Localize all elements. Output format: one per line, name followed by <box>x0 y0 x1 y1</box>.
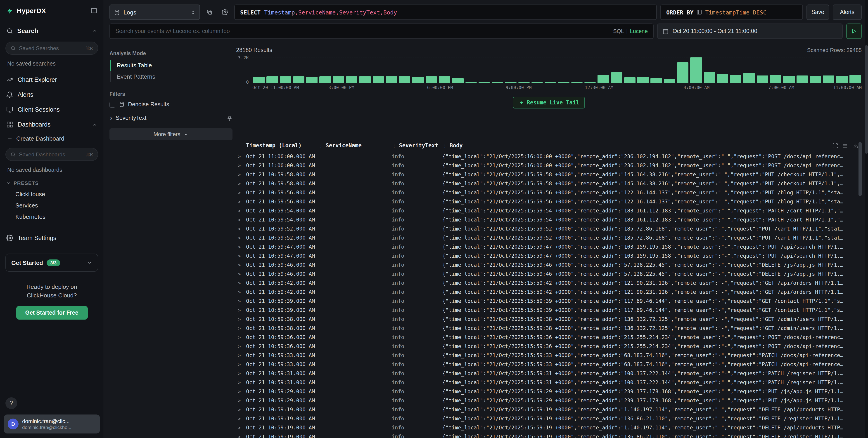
table-row[interactable]: >Oct 21 10:59:19.000 AMinfo{"time_local"… <box>236 405 858 414</box>
table-row[interactable]: >Oct 21 10:59:33.000 AMinfo{"time_local"… <box>236 351 858 360</box>
more-filters-button[interactable]: More filters <box>110 128 232 140</box>
resume-live-tail-button[interactable]: Resume Live Tail <box>513 97 585 108</box>
table-row[interactable]: >Oct 21 10:59:54.000 AMinfo{"time_local"… <box>236 206 858 215</box>
chart-bar[interactable] <box>545 82 556 83</box>
row-expander-icon[interactable]: > <box>236 407 246 412</box>
chart-bar[interactable] <box>584 82 596 83</box>
copy-source-button[interactable] <box>204 4 215 20</box>
chart-bar[interactable] <box>333 77 344 83</box>
chart-bar[interactable] <box>836 76 848 83</box>
chart-bar[interactable] <box>386 77 397 83</box>
preset-item-services[interactable]: Services <box>0 200 103 211</box>
saved-searches-input[interactable] <box>19 45 82 51</box>
column-settings-icon[interactable] <box>842 143 848 148</box>
table-row[interactable]: >Oct 21 10:59:46.000 AMinfo{"time_local"… <box>236 260 858 269</box>
row-expander-icon[interactable]: > <box>236 389 246 394</box>
header-servicename[interactable]: ⋮ ServiceName <box>318 142 392 149</box>
query-language-toggle[interactable]: SQL|Lucene <box>613 28 648 34</box>
row-expander-icon[interactable]: > <box>236 362 246 367</box>
table-row[interactable]: >Oct 21 10:59:47.000 AMinfo{"time_local"… <box>236 251 858 260</box>
save-button[interactable]: Save <box>806 4 829 20</box>
row-expander-icon[interactable]: > <box>236 307 246 313</box>
source-select[interactable]: Logs <box>110 4 200 20</box>
source-settings-button[interactable] <box>219 4 231 20</box>
page-scrollbar-thumb[interactable] <box>865 45 868 154</box>
table-row[interactable]: >Oct 21 10:59:52.000 AMinfo{"time_local"… <box>236 233 858 242</box>
sidebar-item-team-settings[interactable]: Team Settings <box>0 231 103 245</box>
chart-bar[interactable] <box>253 77 265 83</box>
row-expander-icon[interactable]: > <box>236 199 246 204</box>
sidebar-item-search[interactable]: Search <box>0 23 103 39</box>
row-expander-icon[interactable]: > <box>236 343 246 349</box>
sidebar-item-client-sessions[interactable]: Client Sessions <box>0 102 103 117</box>
chart-bar[interactable] <box>849 75 861 83</box>
chart-bar[interactable] <box>412 77 424 83</box>
table-row[interactable]: >Oct 21 10:59:58.000 AMinfo{"time_local"… <box>236 170 858 179</box>
chart-bar[interactable] <box>743 73 755 83</box>
download-icon[interactable] <box>852 143 858 148</box>
row-expander-icon[interactable]: > <box>236 280 246 286</box>
help-button[interactable]: ? <box>5 397 17 409</box>
chart-bar[interactable] <box>267 76 278 83</box>
row-expander-icon[interactable]: > <box>236 380 246 385</box>
chart-bar[interactable] <box>372 76 384 83</box>
table-row[interactable]: >Oct 21 10:59:29.000 AMinfo{"time_local"… <box>236 396 858 405</box>
event-search-input[interactable] <box>115 28 610 34</box>
get-started-card[interactable]: Get Started 3/3 <box>5 254 98 272</box>
table-row[interactable]: >Oct 21 10:59:31.000 AMinfo{"time_local"… <box>236 369 858 378</box>
chart-bar[interactable] <box>783 76 795 83</box>
table-row[interactable]: >Oct 21 10:59:39.000 AMinfo{"time_local"… <box>236 306 858 314</box>
mode-event-patterns[interactable]: Event Patterns <box>111 71 232 82</box>
table-row[interactable]: >Oct 21 10:59:36.000 AMinfo{"time_local"… <box>236 342 858 351</box>
header-severitytext[interactable]: ⋮ SeverityText <box>392 142 442 149</box>
chart-bar[interactable] <box>624 77 636 83</box>
row-expander-icon[interactable]: > <box>236 425 246 430</box>
row-expander-icon[interactable]: > <box>236 434 246 438</box>
expand-table-icon[interactable] <box>832 143 838 148</box>
row-expander-icon[interactable]: > <box>236 371 246 376</box>
row-expander-icon[interactable]: > <box>236 226 246 231</box>
row-expander-icon[interactable]: > <box>236 298 246 304</box>
page-scrollbar[interactable] <box>865 0 868 438</box>
table-row[interactable]: >Oct 21 10:59:19.000 AMinfo{"time_local"… <box>236 414 858 423</box>
table-row[interactable]: >Oct 21 11:00:00.000 AMinfo{"time_local"… <box>236 152 858 161</box>
row-expander-icon[interactable]: > <box>236 208 246 213</box>
chart-bar[interactable] <box>704 72 715 83</box>
row-expander-icon[interactable]: > <box>236 217 246 223</box>
table-row[interactable]: >Oct 21 10:59:42.000 AMinfo{"time_local"… <box>236 278 858 288</box>
run-query-button[interactable] <box>846 24 862 39</box>
date-range-picker[interactable]: Oct 20 11:00:00 - Oct 21 11:00:00 <box>657 24 843 39</box>
chevron-up-icon[interactable] <box>92 122 97 127</box>
row-expander-icon[interactable]: > <box>236 335 246 340</box>
row-expander-icon[interactable]: > <box>236 398 246 403</box>
chart-bar[interactable] <box>293 76 305 83</box>
row-expander-icon[interactable]: > <box>236 352 246 358</box>
chart-bar[interactable] <box>756 76 768 83</box>
pin-icon[interactable] <box>227 115 232 121</box>
chart-bar[interactable] <box>280 77 291 83</box>
table-row[interactable]: >Oct 21 10:59:36.000 AMinfo{"time_local"… <box>236 333 858 342</box>
sql-select-editor[interactable]: SELECT Timestamp ,ServiceName,SeverityTe… <box>234 4 657 20</box>
alerts-button[interactable]: Alerts <box>833 4 862 20</box>
chart-bar[interactable] <box>558 82 569 83</box>
mode-results-table[interactable]: Results Table <box>111 60 232 71</box>
preset-item-clickhouse[interactable]: ClickHouse <box>0 189 103 200</box>
denoise-checkbox[interactable] <box>110 101 115 107</box>
sidebar-item-alerts[interactable]: Alerts <box>0 87 103 102</box>
row-expander-icon[interactable]: > <box>236 244 246 249</box>
chart-bar[interactable] <box>306 77 318 83</box>
table-row[interactable]: >Oct 21 10:59:56.000 AMinfo{"time_local"… <box>236 197 858 206</box>
row-expander-icon[interactable]: > <box>236 316 246 322</box>
chart-bar[interactable] <box>518 82 530 83</box>
chart-bar[interactable] <box>796 76 808 83</box>
row-expander-icon[interactable]: > <box>236 253 246 259</box>
sidebar-item-dashboards[interactable]: Dashboards <box>0 117 103 132</box>
chart-bar[interactable] <box>717 74 728 83</box>
chart-bar[interactable] <box>770 75 781 83</box>
chart-bar[interactable] <box>677 62 689 83</box>
table-row[interactable]: >Oct 21 10:59:19.000 AMinfo{"time_local"… <box>236 432 858 438</box>
row-expander-icon[interactable]: > <box>236 172 246 177</box>
collapse-sidebar-icon[interactable] <box>90 7 97 14</box>
user-menu[interactable]: D dominic.tran@clic... dominic.tran@clic… <box>4 414 100 434</box>
table-scrollbar[interactable] <box>859 142 862 196</box>
